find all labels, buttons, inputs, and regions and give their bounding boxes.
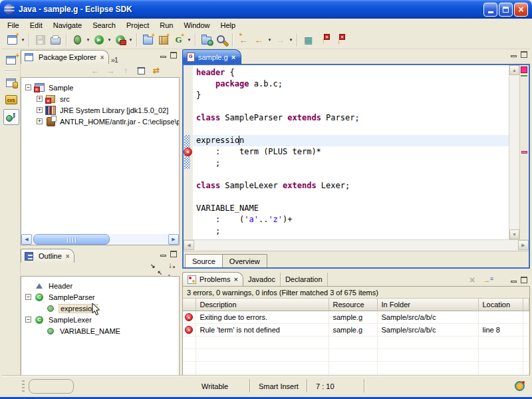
run-dropdown[interactable]: ▼ bbox=[106, 33, 112, 47]
cvs-repository-perspective-button[interactable]: cvs bbox=[3, 92, 19, 108]
toggle-mark-occurrences-button[interactable] bbox=[301, 33, 315, 47]
tab-declaration[interactable]: Declaration bbox=[281, 273, 328, 286]
menu-file[interactable]: File bbox=[2, 20, 25, 31]
package-explorer-tree[interactable]: −Sample+src+JRE System Library [jdk1.5.0… bbox=[21, 77, 180, 245]
column-header[interactable]: In Folder bbox=[377, 299, 478, 311]
menu-help[interactable]: Help bbox=[215, 20, 241, 31]
scroll-right-icon[interactable]: ▶ bbox=[518, 240, 529, 250]
maximize-button[interactable] bbox=[499, 3, 513, 17]
code-line-14[interactable]: : ('a'..'z')+ bbox=[193, 214, 509, 225]
new-grammar-dropdown[interactable]: ▼ bbox=[186, 33, 192, 47]
tree-item-antlr-home-antlr-jar-c-eclipse-p[interactable]: +ANTLR_HOME/antlr.jar - C:\eclipse\p bbox=[21, 116, 179, 127]
expand-icon[interactable]: + bbox=[37, 118, 43, 124]
next-annotation-button[interactable] bbox=[332, 33, 346, 47]
tab-overview[interactable]: Overview bbox=[222, 254, 267, 267]
close-view-icon[interactable]: × bbox=[66, 253, 70, 260]
editor-vertical-scrollbar[interactable]: ▲ ▼ bbox=[509, 65, 519, 239]
horizontal-scrollbar[interactable]: ◀ ▶ bbox=[21, 234, 179, 245]
problem-row[interactable]: ×Rule 'term' is not definedsample.gSampl… bbox=[183, 324, 529, 336]
column-header[interactable]: Location bbox=[478, 299, 523, 311]
new-java-project-button[interactable] bbox=[141, 33, 155, 47]
outline-tree[interactable]: Header−CSampleParserexpression−CSampleLe… bbox=[21, 276, 180, 376]
close-view-icon[interactable]: × bbox=[233, 275, 237, 283]
external-tools-dropdown[interactable]: ▼ bbox=[128, 33, 134, 47]
tree-item-sampleparser[interactable]: −CSampleParser bbox=[21, 291, 179, 303]
maximize-view-button[interactable] bbox=[170, 52, 177, 59]
scroll-left-icon[interactable]: ◀ bbox=[21, 234, 32, 245]
collapse-icon[interactable]: − bbox=[25, 294, 31, 300]
print-button[interactable] bbox=[49, 33, 63, 47]
back-dropdown[interactable]: ▼ bbox=[267, 33, 273, 47]
tab-problems[interactable]: Problems× bbox=[182, 272, 243, 286]
code-line-15[interactable]: ; bbox=[193, 225, 509, 237]
scroll-right-icon[interactable]: ▶ bbox=[168, 234, 179, 245]
pkg-collapse-all-button[interactable] bbox=[136, 65, 146, 76]
search-button[interactable] bbox=[215, 33, 229, 47]
code-line-5[interactable]: class SampleParser extends Parser; bbox=[193, 112, 509, 124]
minimize-editor-button[interactable] bbox=[511, 52, 517, 58]
tab-sample-g[interactable]: sample.g × bbox=[182, 49, 241, 64]
code-line-7[interactable]: expression bbox=[193, 135, 509, 146]
tree-item-sample[interactable]: −Sample bbox=[21, 82, 179, 93]
column-header[interactable]: Resource bbox=[329, 299, 377, 311]
last-edit-location-button[interactable] bbox=[237, 33, 251, 47]
minimize-view-button[interactable] bbox=[160, 251, 166, 257]
debug-button[interactable] bbox=[70, 33, 84, 47]
tab-package-explorer[interactable]: Package Explorer × bbox=[21, 50, 109, 64]
minimize-view-button[interactable] bbox=[160, 53, 166, 59]
outline-sort-button[interactable] bbox=[166, 264, 177, 275]
maximize-view-button[interactable] bbox=[521, 277, 527, 283]
statusbar-grip[interactable] bbox=[22, 380, 25, 392]
open-perspective-button[interactable] bbox=[3, 52, 19, 68]
expand-icon[interactable]: + bbox=[37, 96, 43, 102]
view-menu-button[interactable] bbox=[496, 275, 507, 285]
open-type-button[interactable] bbox=[200, 33, 213, 47]
back-button[interactable] bbox=[252, 33, 266, 47]
scrollbar-thumb[interactable] bbox=[33, 234, 110, 245]
overview-ruler[interactable] bbox=[519, 65, 529, 239]
collapse-icon[interactable]: − bbox=[25, 317, 31, 323]
debug-dropdown[interactable]: ▼ bbox=[85, 33, 91, 47]
overview-error-marker[interactable] bbox=[521, 66, 527, 73]
maximize-view-button[interactable] bbox=[170, 251, 177, 257]
scroll-up-icon[interactable]: ▲ bbox=[509, 65, 519, 75]
code-line-3[interactable]: } bbox=[193, 90, 509, 101]
view-overflow-chevron[interactable]: »1 bbox=[111, 56, 118, 64]
scroll-left-icon[interactable]: ◀ bbox=[184, 240, 194, 250]
code-line-2[interactable]: package a.b.c; bbox=[193, 78, 509, 90]
code-line-9[interactable]: ; bbox=[193, 158, 509, 169]
scrollbar-track[interactable] bbox=[32, 234, 168, 245]
code-line-8[interactable]: : term (PLUS term)* bbox=[193, 146, 509, 158]
new-package-button[interactable] bbox=[156, 33, 170, 47]
menu-project[interactable]: Project bbox=[121, 20, 154, 31]
error-marker-icon[interactable]: × bbox=[184, 148, 192, 156]
code-line-4[interactable] bbox=[193, 101, 509, 112]
code-line-13[interactable]: VARIABLE_NAME bbox=[193, 203, 509, 214]
editor-vertical-ruler[interactable]: × bbox=[184, 65, 193, 239]
minimize-view-button[interactable] bbox=[511, 277, 517, 283]
tab-outline[interactable]: Outline × bbox=[21, 249, 74, 263]
menu-navigate[interactable]: Navigate bbox=[48, 20, 87, 31]
menu-run[interactable]: Run bbox=[154, 20, 178, 31]
code-line-10[interactable] bbox=[193, 169, 509, 180]
filter-button[interactable] bbox=[481, 275, 492, 285]
maximize-editor-button[interactable] bbox=[521, 51, 527, 58]
tab-source[interactable]: Source bbox=[185, 254, 223, 267]
tree-item-header[interactable]: Header bbox=[21, 280, 179, 291]
external-tools-button[interactable] bbox=[113, 33, 127, 47]
new-grammar-button[interactable] bbox=[172, 33, 186, 47]
previous-annotation-button[interactable] bbox=[317, 33, 331, 47]
notification-icon[interactable] bbox=[515, 381, 525, 391]
collapse-icon[interactable]: − bbox=[25, 84, 31, 90]
menu-edit[interactable]: Edit bbox=[25, 20, 48, 31]
new-wizard-button[interactable] bbox=[5, 33, 19, 47]
code-line-12[interactable] bbox=[193, 192, 509, 203]
overview-line-marker[interactable] bbox=[521, 151, 527, 154]
pkg-view-menu-button[interactable] bbox=[166, 65, 177, 76]
code-line-11[interactable]: class SampleLexer extends Lexer; bbox=[193, 180, 509, 192]
tree-item-src[interactable]: +src bbox=[21, 93, 179, 104]
close-view-icon[interactable]: × bbox=[100, 54, 104, 61]
menu-search[interactable]: Search bbox=[87, 20, 121, 31]
tree-item-variable-name[interactable]: VARIABLE_NAME bbox=[21, 325, 179, 336]
code-editor[interactable]: header { package a.b.c;} class SamplePar… bbox=[193, 65, 509, 239]
